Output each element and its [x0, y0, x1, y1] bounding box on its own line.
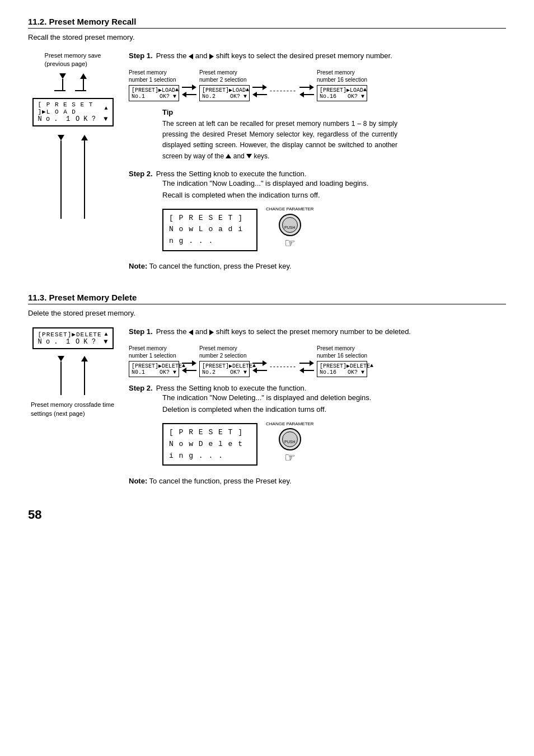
step2-text: Press the Setting knob to execute the fu…	[156, 170, 307, 178]
del-preset16-row1: [PRESET]▶DELETE▲	[320, 363, 364, 369]
section2-desc: Delete the stored preset memory.	[28, 309, 506, 317]
tip-box: Tip The screen at left can be recalled f…	[162, 108, 506, 162]
del-horiz-arrow-2	[252, 360, 267, 366]
preset16-row2: No.16OK? ▼	[320, 93, 364, 100]
del-back-line-1	[186, 370, 196, 371]
del-step2-header: Step 2. Press the Setting knob to execut…	[129, 384, 506, 392]
del-arrow-pair-1	[182, 360, 196, 373]
section-delete: 11.3. Preset Memory Delete Delete the st…	[28, 293, 506, 485]
preset-group-2: Preset memorynumber 2 selection [PRESET]…	[199, 69, 250, 101]
right-vert-arrow	[81, 135, 88, 219]
arrow-item-right	[80, 73, 87, 91]
lcd-row2: N o . 1 O K ? ▼	[38, 115, 108, 123]
del-right-arrow-icon	[209, 330, 214, 335]
del-knob-label: CHANGE PARAMETER	[266, 421, 314, 427]
del-preset-group-1: Preset memorynumber 1 selection [PRESET]…	[129, 345, 179, 377]
del-step1-header: Step 1. Press the and shift keys to sele…	[129, 327, 506, 336]
dashes: --------	[270, 87, 297, 95]
note-bold: Note:	[129, 262, 147, 270]
arrow-up2-icon	[81, 135, 88, 140]
del-back-line-2	[257, 370, 267, 371]
section1-lcd: [ P R E S E T ]▶L O A D ▲ N o . 1 O K ? …	[32, 98, 114, 126]
del-note-bold: Note:	[129, 477, 147, 485]
arrow-down2-icon	[58, 135, 64, 140]
back-head-3	[299, 92, 304, 97]
del-lcd-title: [PRESET]▶DELETE	[38, 331, 102, 338]
del-hand-icon: ☞	[284, 448, 296, 467]
delete-vert-arrows	[58, 356, 88, 395]
knob-label: CHANGE PARAMETER	[266, 206, 314, 212]
section2-title: 11.3. Preset Memory Delete	[28, 293, 506, 304]
del-preset2-row2: No.2OK? ▼	[202, 369, 247, 375]
del-preset2-lcd: [PRESET]▶DELETE▲ No.2OK? ▼	[199, 361, 250, 377]
del-preset1-lcd: [PRESET]▶DELETE▲ N0.1OK? ▼	[129, 361, 179, 377]
del-vert-line-right	[84, 361, 85, 395]
preset1-row1: [PRESET]▶LOAD▲	[132, 87, 176, 93]
loading-lcd-row1: [ P R E S E T ]	[169, 213, 251, 224]
del-horiz-arrow-1	[182, 360, 196, 366]
preset16-label: Preset memorynumber 16 selection	[317, 69, 367, 83]
step1-text: Press the and shift keys to select the d…	[156, 51, 392, 60]
section-recall: 11.2. Preset Memory Recall Recall the st…	[28, 17, 506, 270]
section1-content: Preset memory save(previous page) [	[28, 51, 506, 270]
preset2-row1: [PRESET]▶LOAD▲	[202, 87, 247, 93]
del-knob-container: CHANGE PARAMETER PUSH ☞	[266, 421, 314, 468]
del-preset1-label: Preset memorynumber 1 selection	[129, 345, 179, 359]
del-step1-label: Step 1.	[129, 327, 153, 336]
loading-lcd-row2: N o w L o a d i n g . . .	[169, 224, 251, 247]
del-horiz-head-3	[310, 360, 314, 366]
preset2-row2: No.2OK? ▼	[202, 93, 247, 100]
and-text: and	[195, 51, 208, 60]
tip-body: The screen at left can be recalled for p…	[162, 119, 397, 162]
horiz-head-3	[310, 84, 314, 90]
arrow-down-icon	[59, 73, 66, 79]
back-head-1	[182, 92, 186, 97]
del-push-label: PUSH	[284, 439, 295, 445]
preset-group-1: Preset memorynumber 1 selection [PRESET]…	[129, 69, 179, 101]
del-back-arrow-2	[252, 368, 267, 373]
horiz-arrow-3	[299, 84, 314, 90]
preset1-label: Preset memorynumber 1 selection	[129, 69, 179, 83]
back-head-2	[252, 92, 257, 97]
del-setting-knob[interactable]: PUSH	[279, 428, 301, 450]
del-step2-detail2: Deletion is completed when the indicatio…	[162, 404, 506, 416]
del-lcd-up: ▲	[104, 331, 107, 337]
knob-container: CHANGE PARAMETER PUSH ☞	[266, 206, 314, 253]
del-preset2-row1: [PRESET]▶DELETE▲	[202, 363, 247, 369]
del-step1-text: Press the and shift keys to select the p…	[156, 327, 411, 336]
del-lcd-ok: O K ? ▼	[76, 338, 108, 346]
loading-display: [ P R E S E T ] N o w L o a d i n g . . …	[162, 206, 506, 253]
del-step2-body: The indication "Now Deleting..." is disp…	[162, 392, 506, 467]
preset-group-16: Preset memorynumber 16 selection [PRESET…	[317, 69, 367, 101]
del-knob-inner: PUSH	[282, 431, 298, 447]
hand-icon: ☞	[284, 233, 296, 253]
del-lcd-no: N o . 1	[38, 338, 71, 346]
section1-left-panel: Preset memory save(previous page) [	[28, 51, 118, 219]
del-arrow-up-icon	[81, 356, 88, 361]
section1-desc: Recall the stored preset memory.	[28, 33, 506, 41]
step1-header: Step 1. Press the and shift keys to sele…	[129, 51, 506, 60]
del-preset16-label: Preset memorynumber 16 selection	[317, 345, 367, 359]
step2-label: Step 2.	[129, 170, 153, 178]
horiz-head-2	[263, 84, 267, 90]
back-line-3	[304, 94, 314, 95]
del-note-text: To cancel the function, press the Preset…	[149, 477, 292, 485]
horiz-arrow-2	[252, 84, 267, 90]
del-preset-selection-row: Preset memorynumber 1 selection [PRESET]…	[129, 345, 506, 377]
step2-body: The indication "Now Loading..." is displ…	[162, 178, 506, 253]
horiz-arrow-1	[182, 84, 196, 90]
preset16-row1: [PRESET]▶LOAD▲	[320, 87, 364, 93]
step2-detail1: The indication "Now Loading..." is displ…	[162, 178, 506, 190]
arrow-up-icon	[80, 73, 87, 79]
preset2-lcd: [PRESET]▶LOAD▲ No.2OK? ▼	[199, 85, 250, 101]
deleting-lcd: [ P R E S E T ] N o w D e l e t i n g . …	[162, 423, 257, 466]
vert-line-right	[84, 140, 85, 219]
step2-header: Step 2. Press the Setting knob to execut…	[129, 170, 506, 178]
tip-up-icon	[226, 154, 231, 158]
section2-content: [PRESET]▶DELETE ▲ N o . 1 O K ? ▼	[28, 327, 506, 485]
del-dashes: --------	[270, 363, 297, 370]
setting-knob[interactable]: PUSH	[279, 214, 301, 236]
del-arrow-pair-2	[252, 360, 267, 373]
lcd-no: N o . 1	[38, 115, 71, 123]
del-vert-line-left	[60, 361, 62, 395]
